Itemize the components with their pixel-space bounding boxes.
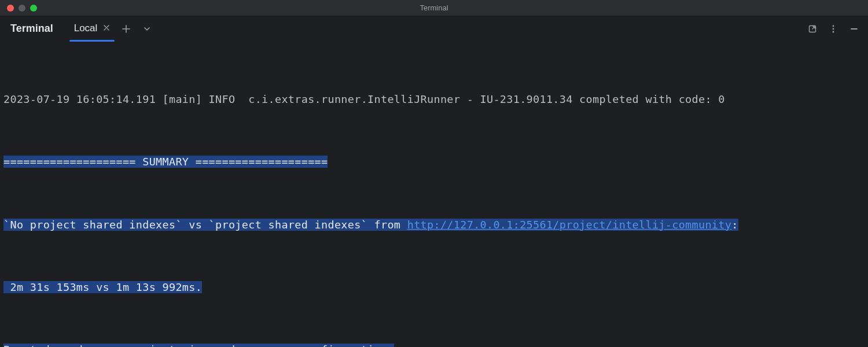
tab-actions [118, 21, 155, 37]
popout-icon [808, 24, 817, 34]
plus-icon [122, 24, 131, 34]
minimize-icon [849, 24, 859, 34]
hide-tool-window-button[interactable] [846, 21, 862, 37]
traffic-minimize-icon[interactable] [19, 5, 25, 12]
more-vertical-icon [829, 24, 838, 34]
more-options-button[interactable] [825, 21, 841, 37]
selected-text: 2m 31s 153ms vs 1m 13s 992ms. [3, 281, 202, 293]
tool-window-actions [804, 21, 862, 37]
popout-button[interactable] [804, 21, 821, 37]
log-line: 2023-07-19 16:05:14.191 [main] INFO c.i.… [3, 89, 865, 110]
window-title: Terminal [0, 3, 868, 12]
selected-text: Boost depends on a project size and a pr… [3, 344, 394, 347]
svg-point-1 [833, 25, 834, 27]
tab-local[interactable]: Local [71, 18, 114, 40]
tab-dropdown-button[interactable] [139, 21, 155, 37]
log-line: Boost depends on a project size and a pr… [3, 339, 865, 347]
traffic-close-icon[interactable] [7, 5, 14, 12]
selected-text: ==================== SUMMARY ===========… [3, 156, 328, 168]
svg-point-3 [833, 31, 834, 32]
log-line: `No project shared indexes` vs `project … [3, 215, 865, 235]
project-url-link[interactable]: http://127.0.0.1:25561/project/intellij-… [407, 219, 731, 231]
traffic-maximize-icon[interactable] [30, 5, 37, 12]
traffic-lights [0, 5, 37, 12]
close-tab-icon[interactable] [103, 24, 110, 33]
window-titlebar: Terminal [0, 0, 868, 16]
terminal-output[interactable]: 2023-07-19 16:05:14.191 [main] INFO c.i.… [0, 42, 868, 347]
tab-label: Local [74, 23, 98, 34]
tool-window-title: Terminal [10, 23, 53, 35]
svg-point-2 [833, 28, 834, 29]
selected-text: `No project shared indexes` vs `project … [3, 219, 738, 231]
new-tab-button[interactable] [118, 21, 134, 37]
terminal-tabs: Local [71, 18, 114, 40]
log-line: ==================== SUMMARY ===========… [3, 152, 865, 172]
chevron-down-icon [143, 25, 151, 33]
log-line: 2m 31s 153ms vs 1m 13s 992ms. [3, 277, 865, 298]
terminal-header: Terminal Local [0, 16, 868, 42]
